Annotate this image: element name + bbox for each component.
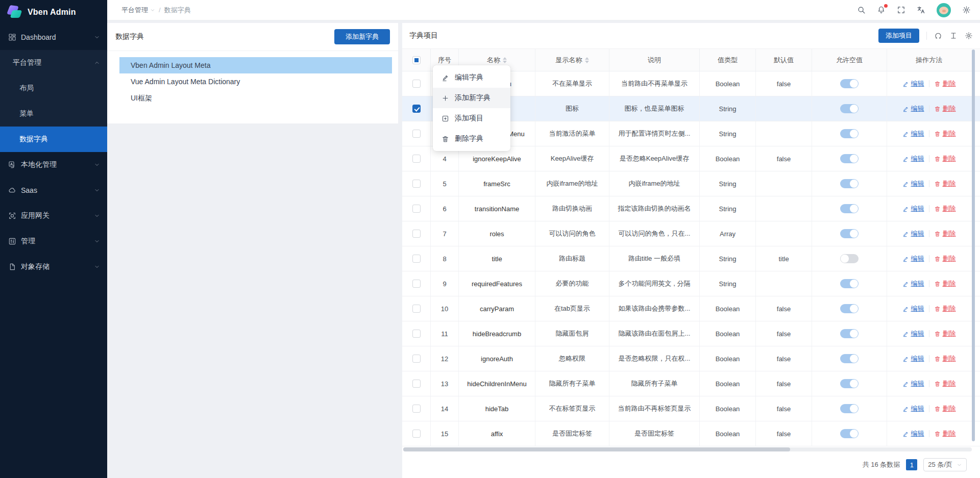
delete-button[interactable]: 删除: [934, 354, 956, 363]
dict-list-item[interactable]: Vben Admin Layout Meta: [119, 57, 392, 73]
edit-button[interactable]: 编辑: [902, 79, 924, 88]
search-icon[interactable]: [857, 6, 866, 14]
allow-empty-toggle[interactable]: [840, 329, 859, 338]
dict-list-item[interactable]: Vue Admin Layout Meta Dictionary: [119, 73, 392, 90]
sidebar-item-本地化管理[interactable]: 本地化管理: [0, 152, 107, 178]
delete-button[interactable]: 删除: [934, 254, 956, 263]
sidebar-item-saas[interactable]: Saas: [0, 178, 107, 203]
edit-button[interactable]: 编辑: [902, 204, 924, 213]
edit-button[interactable]: 编辑: [902, 304, 924, 313]
context-menu-item-添加项目[interactable]: 添加项目: [433, 108, 510, 129]
delete-button[interactable]: 删除: [934, 104, 956, 113]
sidebar-item-dashboard[interactable]: Dashboard: [0, 24, 107, 50]
allow-empty-toggle[interactable]: [840, 154, 859, 163]
gear-icon[interactable]: [962, 6, 971, 14]
edit-button[interactable]: 编辑: [902, 129, 924, 138]
row-checkbox[interactable]: [412, 405, 421, 413]
delete-button[interactable]: 删除: [934, 304, 956, 313]
fullscreen-icon[interactable]: [897, 6, 905, 14]
allow-empty-toggle[interactable]: [840, 404, 859, 413]
sort-icon[interactable]: [585, 57, 589, 63]
allow-empty-toggle[interactable]: [840, 204, 859, 213]
row-checkbox[interactable]: [412, 205, 421, 213]
row-checkbox[interactable]: [412, 355, 421, 363]
sidebar-item-管理[interactable]: 管理: [0, 229, 107, 254]
sort-icon[interactable]: [503, 57, 507, 63]
sidebar-item-平台管理[interactable]: 平台管理: [0, 50, 107, 76]
add-item-button[interactable]: 添加项目: [878, 29, 919, 43]
delete-button[interactable]: 删除: [934, 404, 956, 413]
add-dictionary-button[interactable]: 添加新字典: [334, 29, 390, 44]
select-all-checkbox[interactable]: [412, 56, 421, 64]
allow-empty-toggle[interactable]: [840, 279, 859, 288]
allow-empty-toggle[interactable]: [840, 179, 859, 188]
row-checkbox[interactable]: [412, 180, 421, 188]
row-checkbox[interactable]: [412, 255, 421, 263]
row-height-icon[interactable]: [949, 32, 958, 40]
row-checkbox[interactable]: [412, 230, 421, 238]
delete-button[interactable]: 删除: [934, 229, 956, 238]
edit-button[interactable]: 编辑: [902, 429, 924, 438]
allow-empty-toggle[interactable]: [840, 79, 859, 88]
page-number-button[interactable]: 1: [906, 459, 917, 470]
delete-button[interactable]: 删除: [934, 129, 956, 138]
edit-button[interactable]: 编辑: [902, 379, 924, 388]
avatar[interactable]: [937, 3, 951, 17]
allow-empty-toggle[interactable]: [840, 429, 859, 438]
sidebar-subitem-布局[interactable]: 布局: [0, 76, 107, 101]
row-checkbox[interactable]: [412, 280, 421, 288]
page-size-select[interactable]: 25 条/页: [923, 458, 967, 471]
row-checkbox[interactable]: [412, 430, 421, 438]
row-checkbox[interactable]: [412, 130, 421, 138]
dict-list-item[interactable]: UI框架: [119, 90, 392, 106]
column-header-显示名称[interactable]: 显示名称: [535, 49, 609, 71]
allow-empty-toggle[interactable]: [840, 129, 859, 138]
delete-button[interactable]: 删除: [934, 379, 956, 388]
horizontal-scrollbar-thumb[interactable]: [403, 447, 790, 451]
context-menu-item-删除字典[interactable]: 删除字典: [433, 129, 510, 149]
delete-button[interactable]: 删除: [934, 329, 956, 338]
allow-empty-toggle[interactable]: [840, 354, 859, 363]
allow-empty-toggle[interactable]: [840, 254, 859, 263]
delete-button[interactable]: 删除: [934, 79, 956, 88]
row-checkbox[interactable]: [412, 305, 421, 313]
delete-button[interactable]: 删除: [934, 204, 956, 213]
row-checkbox[interactable]: [412, 80, 421, 88]
sidebar-subitem-菜单[interactable]: 菜单: [0, 101, 107, 127]
edit-button[interactable]: 编辑: [902, 179, 924, 188]
row-checkbox[interactable]: [412, 155, 421, 163]
delete-button[interactable]: 删除: [934, 179, 956, 188]
edit-button[interactable]: 编辑: [902, 254, 924, 263]
allow-empty-toggle[interactable]: [840, 379, 859, 388]
row-checkbox[interactable]: [412, 330, 421, 338]
translate-icon[interactable]: [917, 6, 925, 14]
context-menu-item-添加新字典[interactable]: 添加新字典: [433, 88, 510, 108]
delete-button[interactable]: 删除: [934, 279, 956, 288]
row-checkbox[interactable]: [412, 380, 421, 388]
sidebar-item-应用网关[interactable]: 应用网关: [0, 203, 107, 229]
edit-button[interactable]: 编辑: [902, 279, 924, 288]
delete-button[interactable]: 删除: [934, 429, 956, 438]
context-menu-item-编辑字典[interactable]: 编辑字典: [433, 67, 510, 88]
edit-button[interactable]: 编辑: [902, 229, 924, 238]
refresh-icon[interactable]: [934, 32, 942, 40]
allow-empty-toggle[interactable]: [840, 304, 859, 313]
bell-icon[interactable]: [877, 6, 886, 14]
sidebar-item-对象存储[interactable]: 对象存储: [0, 254, 107, 280]
breadcrumb-platform[interactable]: 平台管理: [121, 6, 155, 15]
logo[interactable]: Vben Admin: [0, 0, 107, 24]
gear-icon[interactable]: [965, 32, 973, 40]
allow-empty-toggle[interactable]: [840, 104, 859, 113]
sidebar-subitem-数据字典[interactable]: 数据字典: [0, 127, 107, 152]
edit-button[interactable]: 编辑: [902, 404, 924, 413]
row-checkbox[interactable]: [412, 105, 421, 113]
edit-button[interactable]: 编辑: [902, 354, 924, 363]
delete-button[interactable]: 删除: [934, 154, 956, 163]
edit-button[interactable]: 编辑: [902, 154, 924, 163]
breadcrumb-data-dictionary[interactable]: 数据字典: [164, 6, 191, 15]
column-header-checkbox[interactable]: [402, 49, 431, 71]
edit-button[interactable]: 编辑: [902, 329, 924, 338]
allow-empty-toggle[interactable]: [840, 229, 859, 238]
edit-button[interactable]: 编辑: [902, 104, 924, 113]
vertical-scrollbar-thumb[interactable]: [972, 49, 975, 441]
